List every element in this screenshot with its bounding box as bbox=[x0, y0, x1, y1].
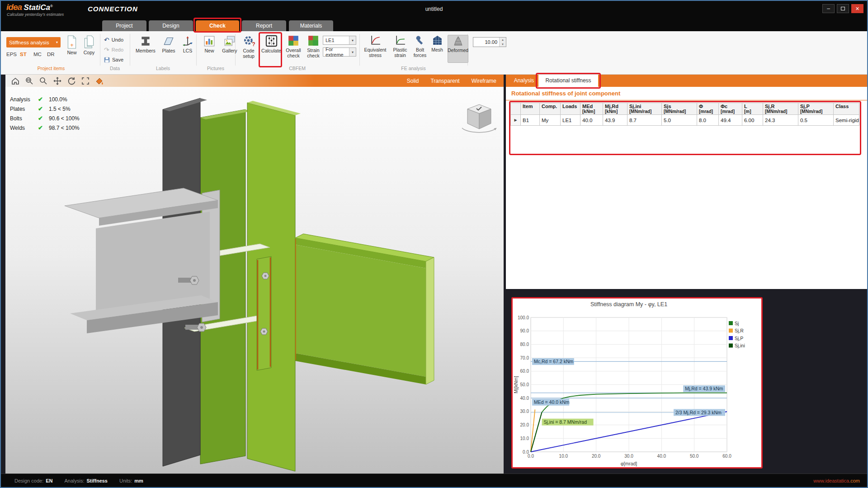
tab-report[interactable]: Report bbox=[242, 20, 286, 31]
redo-button[interactable]: ↷ Redo bbox=[104, 46, 123, 54]
plastic-strain-button[interactable]: Plastic strain bbox=[389, 35, 411, 58]
overall-check-button[interactable]: Overall check bbox=[284, 35, 303, 58]
tab-check[interactable]: Check bbox=[196, 20, 239, 31]
column-header[interactable]: Loads bbox=[561, 103, 580, 115]
tab-project[interactable]: Project bbox=[102, 20, 146, 31]
display-mode-wireframe[interactable]: Wireframe bbox=[472, 78, 496, 84]
mode-st-button[interactable]: ST bbox=[20, 52, 33, 57]
group-label-pictures: Pictures bbox=[196, 66, 235, 71]
viewport-toolbar: Solid Transparent Wireframe bbox=[5, 75, 504, 87]
extreme-select[interactable]: For extreme ▾ bbox=[323, 47, 356, 57]
mesh-button[interactable]: Mesh bbox=[429, 35, 446, 52]
wrench-icon: ? bbox=[243, 35, 255, 47]
rotational-stiffness-content: Rotational stiffness of joint component … bbox=[506, 87, 868, 289]
display-mode-solid[interactable]: Solid bbox=[407, 78, 419, 84]
column-header[interactable]: Φc[mrad] bbox=[719, 103, 742, 115]
new-picture-icon bbox=[203, 35, 215, 47]
viewport-3d[interactable]: Solid Transparent Wireframe Analysis ✔ 1… bbox=[5, 75, 504, 474]
analysis-type-label: Stiffness analysis bbox=[9, 40, 49, 45]
spin-up-icon[interactable]: ▲ bbox=[500, 38, 506, 42]
tab-analysis[interactable]: Analysis bbox=[511, 75, 537, 87]
zoom-window-icon[interactable] bbox=[25, 76, 34, 85]
spin-down-icon[interactable]: ▼ bbox=[500, 42, 506, 47]
table-row[interactable]: ▶B1MyLE140.043.98.75.08.049.46.0024.30.5… bbox=[511, 115, 859, 126]
code-setup-button[interactable]: ? Code setup bbox=[238, 35, 259, 59]
pan-icon[interactable] bbox=[53, 76, 62, 85]
stiffness-results-table[interactable]: Item Comp. Loads MEd[kNm]Mj,Rd[kNm]Sj,in… bbox=[510, 103, 859, 126]
zoom-icon[interactable] bbox=[39, 76, 48, 85]
table-cell: 49.4 bbox=[719, 115, 742, 126]
copy-project-item-button[interactable]: Copy bbox=[80, 35, 98, 55]
table-cell: Semi-rigid bbox=[834, 115, 859, 126]
column-header[interactable]: Mj,Rd[kNm] bbox=[603, 103, 627, 115]
legend-label: Sj,ini bbox=[735, 343, 745, 348]
table-cell: 24.3 bbox=[763, 115, 798, 126]
column-header[interactable]: Sj,P[MNm/rad] bbox=[798, 103, 834, 115]
maximize-button[interactable] bbox=[837, 4, 849, 13]
column-header[interactable]: Comp. bbox=[540, 103, 561, 115]
legend-swatch bbox=[729, 321, 733, 325]
bolt-forces-button[interactable]: Bolt forces bbox=[412, 35, 428, 58]
connection-3d-model[interactable] bbox=[5, 75, 504, 474]
units-value: mm bbox=[134, 478, 143, 483]
check-label: Plates bbox=[10, 106, 38, 112]
equivalent-stress-button[interactable]: Equivalent stress bbox=[363, 35, 388, 58]
column-header[interactable]: Sj,ini[MNm/rad] bbox=[627, 103, 662, 115]
check-label: Analysis bbox=[10, 96, 38, 103]
y-tick-label: 50.0 bbox=[520, 382, 529, 387]
new-project-item-button[interactable]: + New bbox=[64, 35, 80, 55]
group-label-data: Data bbox=[100, 66, 130, 71]
redo-label: Redo bbox=[112, 47, 123, 52]
statusbar-right: www.ideastatica.com bbox=[813, 474, 860, 488]
minimize-button[interactable]: – bbox=[822, 4, 835, 13]
group-separator bbox=[130, 34, 130, 66]
column-header[interactable]: Item bbox=[521, 103, 540, 115]
save-button[interactable]: Save bbox=[104, 56, 123, 64]
undo-button[interactable]: ↶ Undo bbox=[104, 36, 123, 44]
paint-bucket-icon[interactable] bbox=[95, 76, 104, 85]
row-expander-icon[interactable]: ▶ bbox=[511, 115, 521, 126]
labels-lcs-button[interactable]: LCS bbox=[179, 35, 196, 53]
y-tick-label: 90.0 bbox=[520, 328, 529, 333]
y-tick-label: 60.0 bbox=[520, 369, 529, 374]
x-tick-label: 50.0 bbox=[690, 454, 699, 459]
check-label: Bolts bbox=[10, 115, 38, 122]
rotate-icon[interactable] bbox=[67, 76, 76, 85]
zoom-extents-icon[interactable] bbox=[81, 76, 90, 85]
stiffness-analysis-dropdown[interactable]: Stiffness analysis ▾ bbox=[6, 37, 61, 47]
deformed-button[interactable]: Deformed bbox=[448, 35, 468, 63]
labels-plates-button[interactable]: Plates bbox=[159, 35, 179, 53]
mode-dr-button[interactable]: DR bbox=[47, 52, 61, 57]
column-header[interactable]: Sjs[MNm/rad] bbox=[662, 103, 697, 115]
website-link[interactable]: www.ideastatica bbox=[813, 478, 849, 483]
close-button[interactable]: × bbox=[851, 4, 863, 13]
tab-design[interactable]: Design bbox=[149, 20, 193, 31]
load-case-select[interactable]: LE1 ▾ bbox=[323, 36, 356, 45]
check-value: 100.0% bbox=[49, 96, 67, 103]
picture-new-button[interactable]: New bbox=[200, 35, 218, 53]
home-icon[interactable] bbox=[11, 76, 20, 85]
design-code-label: Design code: bbox=[14, 478, 43, 483]
column-header[interactable]: MEd[kNm] bbox=[580, 103, 603, 115]
labels-members-button[interactable]: Members bbox=[133, 35, 158, 53]
column-header[interactable]: L[m] bbox=[742, 103, 763, 115]
y-tick-label: 40.0 bbox=[520, 396, 529, 401]
mode-eps-button[interactable]: EPS bbox=[6, 52, 20, 57]
column-header[interactable]: Φ[mrad] bbox=[697, 103, 719, 115]
calculate-button[interactable]: Calculate bbox=[261, 35, 281, 53]
results-panel: Analysis Rotational stiffness Rotational… bbox=[506, 75, 868, 474]
gallery-button[interactable]: Gallery bbox=[219, 35, 240, 53]
tab-rotational-stiffness[interactable]: Rotational stiffness bbox=[538, 75, 598, 87]
extreme-value: For extreme bbox=[323, 47, 349, 57]
display-mode-transparent[interactable]: Transparent bbox=[430, 78, 459, 84]
view-cube[interactable] bbox=[458, 100, 501, 139]
deformed-scale-spinner[interactable]: 10.00 ▲ ▼ bbox=[473, 37, 506, 47]
check-row-analysis: Analysis ✔ 100.0% bbox=[10, 95, 80, 104]
column-header[interactable]: Sj,R[MNm/rad] bbox=[763, 103, 798, 115]
application-window: idea StatiCa® Calculate yesterday's esti… bbox=[0, 0, 868, 488]
tab-materials[interactable]: Materials bbox=[289, 20, 333, 31]
strain-check-button[interactable]: Strain check bbox=[304, 35, 323, 58]
column-header[interactable]: Class bbox=[834, 103, 859, 115]
undo-icon: ↶ bbox=[104, 37, 109, 43]
mode-mc-button[interactable]: MC bbox=[33, 52, 47, 57]
